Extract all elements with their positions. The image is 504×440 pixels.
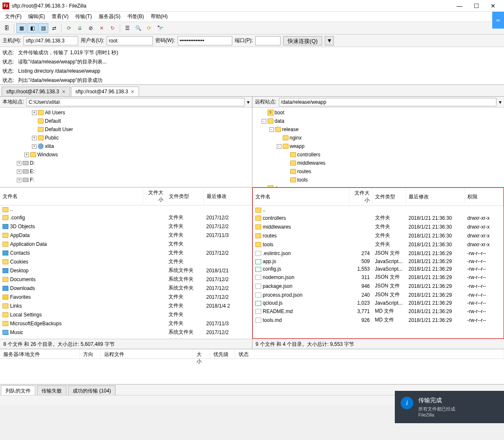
toggle-tree-icon[interactable]: ◧ <box>27 23 37 33</box>
cancel-icon[interactable]: ⊘ <box>86 23 96 33</box>
connection-tab[interactable]: sftp://root@47.96.138.3✕ <box>2 87 70 96</box>
toggle-log-icon[interactable]: ▦ <box>16 23 26 33</box>
file-row[interactable]: config.js1,553JavaScript...2018/1/21 21:… <box>253 265 504 273</box>
file-row[interactable]: .config文件夹2017/12/2 <box>0 213 252 222</box>
file-row[interactable]: Contacts文件夹2017/12/2 <box>0 248 252 257</box>
remote-file-list[interactable]: 文件名 文件大小 文件类型 最近修改 权限 ..controllers文件夹20… <box>252 187 504 339</box>
file-row[interactable]: Downloads系统文件夹2017/12/2 <box>0 284 252 292</box>
connection-tab[interactable]: sftp://root@47.96.138.3✕ <box>71 87 139 96</box>
tree-node[interactable]: +xlita <box>2 142 250 150</box>
qh-size[interactable]: 大小 <box>193 349 210 358</box>
file-row[interactable]: tools文件夹2018/1/21 21:36:30drwxr-xr-x <box>253 240 504 249</box>
side-widget[interactable]: ∞ <box>492 12 504 29</box>
tab-close-icon[interactable]: ✕ <box>62 89 66 95</box>
tree-node[interactable]: -data <box>254 117 503 125</box>
file-row[interactable]: routes文件夹2018/1/21 21:36:30drwxr-xr-x <box>253 231 504 240</box>
qh-server[interactable]: 服务器/本地文件 <box>0 349 80 358</box>
file-row[interactable]: qcloud.js1,023JavaScript...2018/1/21 21:… <box>253 299 504 307</box>
tree-node[interactable]: Default <box>2 117 250 125</box>
close-button[interactable]: ✕ <box>485 0 501 12</box>
host-input[interactable] <box>24 36 78 45</box>
user-input[interactable] <box>107 36 153 45</box>
col-size[interactable]: 文件大小 <box>349 188 373 206</box>
disconnect-icon[interactable]: ✕ <box>97 23 107 33</box>
file-row[interactable]: app.js509JavaScript...2018/1/21 21:36:29… <box>253 258 504 265</box>
menu-help[interactable]: 帮助(H) <box>147 12 171 22</box>
file-row[interactable]: Desktop系统文件夹2018/1/21 <box>0 266 252 275</box>
search-icon[interactable]: 🔍 <box>133 23 143 33</box>
file-row[interactable]: package.json946JSON 文件2018/1/21 21:36:29… <box>253 282 504 290</box>
qh-status[interactable]: 状态 <box>235 349 504 358</box>
tree-node[interactable]: middlewares <box>254 159 503 167</box>
tree-node[interactable]: +F: <box>2 176 250 184</box>
menu-bookmarks[interactable]: 书签(B) <box>124 12 147 22</box>
col-type[interactable]: 文件类型 <box>373 188 406 206</box>
local-path-input[interactable] <box>26 98 244 106</box>
file-row[interactable]: AppData文件夹2017/11/3 <box>0 231 252 240</box>
file-row[interactable]: Music系统文件夹2017/12/2 <box>0 328 252 337</box>
col-modified[interactable]: 最近修改 <box>406 188 465 206</box>
file-row[interactable]: Links文件夹2018/1/4 2 <box>0 301 252 310</box>
file-row[interactable]: Cookies文件夹 <box>0 257 252 266</box>
qh-remote[interactable]: 远程文件 <box>101 349 193 358</box>
toast-notification[interactable]: i 传输完成 所有文件都已经成 FileZilla <box>395 391 504 405</box>
toggle-queue-icon[interactable]: ▤ <box>38 23 48 33</box>
quickconnect-dropdown[interactable]: ▼ <box>325 36 334 45</box>
site-manager-icon[interactable]: 🗄 <box>2 23 12 33</box>
filter-icon[interactable]: ☰ <box>122 23 132 33</box>
file-row[interactable]: tools.md926MD 文件2018/1/21 21:36:29-rw-r-… <box>253 316 504 324</box>
tree-node[interactable]: -weapp <box>254 142 503 150</box>
minimize-button[interactable]: — <box>451 0 468 12</box>
tree-node[interactable]: -release <box>254 125 503 134</box>
tree-node[interactable]: +All Users <box>2 108 250 117</box>
tree-node[interactable]: routes <box>254 167 503 176</box>
file-row[interactable]: Application Data文件夹 <box>0 240 252 248</box>
local-tree[interactable]: +All UsersDefaultDefault User+Public+xli… <box>0 108 252 187</box>
file-row[interactable]: controllers文件夹2018/1/21 21:36:30drwxr-xr… <box>253 213 504 222</box>
tab-success[interactable]: 成功的传输 (104) <box>68 385 116 395</box>
file-row[interactable]: .. <box>253 206 504 214</box>
file-row[interactable]: Local Settings文件夹 <box>0 310 252 319</box>
remote-tree[interactable]: ?boot-data-releasenginx-weappcontrollers… <box>252 108 504 187</box>
col-name[interactable]: 文件名 <box>0 187 143 206</box>
compare-icon[interactable]: ⟳ <box>144 23 154 33</box>
port-input[interactable] <box>255 36 281 45</box>
file-row[interactable]: README.md3,771MD 文件2018/1/21 21:36:29-rw… <box>253 307 504 316</box>
menu-view[interactable]: 查看(V) <box>48 12 72 22</box>
find-icon[interactable]: 🔭 <box>155 23 165 33</box>
maximize-button[interactable]: ☐ <box>468 0 485 12</box>
tree-node[interactable]: +E: <box>2 167 250 176</box>
file-row[interactable]: .eslintrc.json274JSON 文件2018/1/21 21:36:… <box>253 249 504 258</box>
sync-browse-icon[interactable]: ⇄ <box>49 23 59 33</box>
file-row[interactable]: My Documents文件夹 <box>0 337 252 339</box>
tab-close-icon[interactable]: ✕ <box>131 89 134 95</box>
dropdown-icon[interactable]: ▾ <box>247 99 249 105</box>
qh-prio[interactable]: 优先级 <box>210 349 235 358</box>
reconnect-icon[interactable]: ↻ <box>108 23 118 33</box>
tree-node[interactable]: Default User <box>2 125 250 134</box>
menu-file[interactable]: 文件(F) <box>2 12 25 22</box>
tree-node[interactable]: +D: <box>2 159 250 167</box>
process-queue-icon[interactable]: ⇊ <box>75 23 85 33</box>
qh-dir[interactable]: 方向 <box>80 349 101 358</box>
file-row[interactable]: .. <box>0 206 252 213</box>
queue-body[interactable] <box>0 359 504 384</box>
col-name[interactable]: 文件名 <box>253 188 349 206</box>
file-row[interactable]: 3D Objects文件夹2017/12/2 <box>0 222 252 231</box>
tree-node[interactable]: ?boot <box>254 108 503 117</box>
file-row[interactable]: MicrosoftEdgeBackups文件夹2017/11/3 <box>0 319 252 328</box>
tree-node[interactable]: +Public <box>2 134 250 142</box>
col-type[interactable]: 文件类型 <box>166 187 204 206</box>
file-row[interactable]: process.prod.json240JSON 文件2018/1/21 21:… <box>253 290 504 299</box>
refresh-icon[interactable]: ⟳ <box>64 23 74 33</box>
menu-edit[interactable]: 编辑(E) <box>25 12 48 22</box>
dropdown-icon[interactable]: ▾ <box>499 99 501 105</box>
tree-node[interactable]: ?dev <box>254 184 503 187</box>
tree-node[interactable]: tools <box>254 176 503 184</box>
tab-queued[interactable]: 列队的文件 <box>1 385 35 395</box>
tab-failed[interactable]: 传输失败 <box>37 385 66 395</box>
file-row[interactable]: nodemon.json311JSON 文件2018/1/21 21:36:29… <box>253 273 504 282</box>
col-modified[interactable]: 最近修改 <box>204 187 252 206</box>
local-file-list[interactable]: 文件名 文件大小 文件类型 最近修改 ...config文件夹2017/12/2… <box>0 187 252 339</box>
file-row[interactable]: middlewares文件夹2018/1/21 21:36:30drwxr-xr… <box>253 222 504 231</box>
